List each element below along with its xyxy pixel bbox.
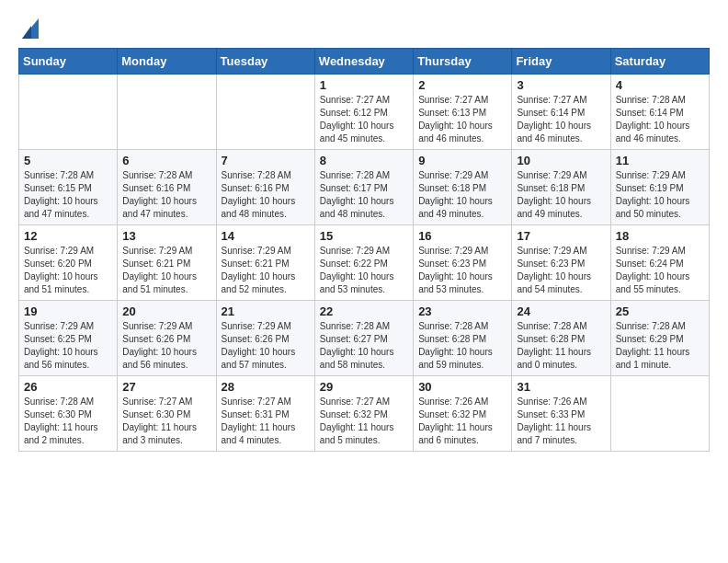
day-number: 8 — [320, 154, 408, 167]
svg-marker-1 — [22, 26, 31, 39]
day-number: 13 — [122, 229, 210, 243]
calendar-cell: 6Sunrise: 7:28 AM Sunset: 6:16 PM Daylig… — [118, 150, 216, 225]
calendar-cell: 23Sunrise: 7:28 AM Sunset: 6:28 PM Dayli… — [414, 301, 512, 376]
day-info: Sunrise: 7:29 AM Sunset: 6:19 PM Dayligh… — [616, 169, 704, 221]
day-number: 24 — [517, 304, 605, 318]
calendar-cell: 4Sunrise: 7:28 AM Sunset: 6:14 PM Daylig… — [610, 75, 709, 150]
day-info: Sunrise: 7:28 AM Sunset: 6:17 PM Dayligh… — [320, 169, 408, 221]
day-number: 18 — [616, 229, 704, 243]
day-number: 21 — [222, 304, 310, 318]
header — [18, 17, 710, 39]
day-number: 31 — [517, 380, 605, 394]
day-info: Sunrise: 7:27 AM Sunset: 6:14 PM Dayligh… — [517, 94, 605, 145]
calendar-cell: 29Sunrise: 7:27 AM Sunset: 6:32 PM Dayli… — [314, 376, 413, 452]
calendar-week-4: 19Sunrise: 7:29 AM Sunset: 6:25 PM Dayli… — [19, 301, 710, 376]
day-info: Sunrise: 7:27 AM Sunset: 6:31 PM Dayligh… — [222, 396, 310, 447]
calendar-cell: 16Sunrise: 7:29 AM Sunset: 6:23 PM Dayli… — [414, 225, 512, 301]
day-info: Sunrise: 7:29 AM Sunset: 6:18 PM Dayligh… — [418, 169, 506, 221]
calendar-week-1: 1Sunrise: 7:27 AM Sunset: 6:12 PM Daylig… — [19, 75, 710, 150]
calendar-cell — [118, 75, 216, 150]
calendar-cell: 30Sunrise: 7:26 AM Sunset: 6:32 PM Dayli… — [414, 376, 512, 452]
day-info: Sunrise: 7:29 AM Sunset: 6:23 PM Dayligh… — [418, 245, 506, 296]
day-number: 26 — [24, 380, 112, 394]
calendar-cell: 7Sunrise: 7:28 AM Sunset: 6:16 PM Daylig… — [216, 150, 314, 225]
day-info: Sunrise: 7:28 AM Sunset: 6:30 PM Dayligh… — [24, 396, 112, 447]
weekday-header-sunday: Sunday — [19, 49, 118, 75]
weekday-header-saturday: Saturday — [610, 49, 709, 75]
day-info: Sunrise: 7:29 AM Sunset: 6:25 PM Dayligh… — [24, 320, 112, 372]
weekday-header-monday: Monday — [118, 49, 216, 75]
day-number: 22 — [320, 304, 408, 318]
calendar-cell: 24Sunrise: 7:28 AM Sunset: 6:28 PM Dayli… — [512, 301, 610, 376]
weekday-header-thursday: Thursday — [414, 49, 512, 75]
day-info: Sunrise: 7:28 AM Sunset: 6:14 PM Dayligh… — [616, 94, 704, 145]
day-number: 28 — [222, 380, 310, 394]
calendar-cell: 3Sunrise: 7:27 AM Sunset: 6:14 PM Daylig… — [512, 75, 610, 150]
calendar-cell: 17Sunrise: 7:29 AM Sunset: 6:23 PM Dayli… — [512, 225, 610, 301]
day-number: 5 — [24, 154, 112, 167]
calendar-table: SundayMondayTuesdayWednesdayThursdayFrid… — [18, 48, 710, 452]
day-number: 27 — [122, 380, 210, 394]
calendar-cell: 13Sunrise: 7:29 AM Sunset: 6:21 PM Dayli… — [118, 225, 216, 301]
logo — [18, 17, 39, 39]
day-number: 11 — [616, 154, 704, 167]
calendar-cell: 28Sunrise: 7:27 AM Sunset: 6:31 PM Dayli… — [216, 376, 314, 452]
day-info: Sunrise: 7:28 AM Sunset: 6:16 PM Dayligh… — [222, 169, 310, 221]
day-number: 25 — [616, 304, 704, 318]
day-number: 17 — [517, 229, 605, 243]
day-number: 6 — [122, 154, 210, 167]
weekday-header-friday: Friday — [512, 49, 610, 75]
day-info: Sunrise: 7:29 AM Sunset: 6:21 PM Dayligh… — [122, 245, 210, 296]
calendar-cell: 26Sunrise: 7:28 AM Sunset: 6:30 PM Dayli… — [19, 376, 118, 452]
calendar-cell: 25Sunrise: 7:28 AM Sunset: 6:29 PM Dayli… — [610, 301, 709, 376]
day-number: 30 — [418, 380, 506, 394]
logo-icon — [22, 18, 39, 39]
day-info: Sunrise: 7:28 AM Sunset: 6:27 PM Dayligh… — [320, 320, 408, 372]
day-number: 10 — [517, 154, 605, 167]
calendar-cell — [19, 75, 118, 150]
day-number: 14 — [222, 229, 310, 243]
day-number: 15 — [320, 229, 408, 243]
calendar-cell: 19Sunrise: 7:29 AM Sunset: 6:25 PM Dayli… — [19, 301, 118, 376]
day-info: Sunrise: 7:27 AM Sunset: 6:30 PM Dayligh… — [122, 396, 210, 447]
day-info: Sunrise: 7:29 AM Sunset: 6:26 PM Dayligh… — [222, 320, 310, 372]
day-info: Sunrise: 7:29 AM Sunset: 6:26 PM Dayligh… — [122, 320, 210, 372]
day-number: 16 — [418, 229, 506, 243]
weekday-header-wednesday: Wednesday — [314, 49, 413, 75]
day-info: Sunrise: 7:29 AM Sunset: 6:20 PM Dayligh… — [24, 245, 112, 296]
calendar-cell: 1Sunrise: 7:27 AM Sunset: 6:12 PM Daylig… — [314, 75, 413, 150]
day-number: 23 — [418, 304, 506, 318]
day-info: Sunrise: 7:26 AM Sunset: 6:32 PM Dayligh… — [418, 396, 506, 447]
day-number: 4 — [616, 78, 704, 92]
day-info: Sunrise: 7:26 AM Sunset: 6:33 PM Dayligh… — [517, 396, 605, 447]
calendar-cell: 14Sunrise: 7:29 AM Sunset: 6:21 PM Dayli… — [216, 225, 314, 301]
day-number: 1 — [320, 78, 408, 92]
calendar-week-2: 5Sunrise: 7:28 AM Sunset: 6:15 PM Daylig… — [19, 150, 710, 225]
calendar-cell: 18Sunrise: 7:29 AM Sunset: 6:24 PM Dayli… — [610, 225, 709, 301]
day-number: 7 — [222, 154, 310, 167]
calendar-cell: 9Sunrise: 7:29 AM Sunset: 6:18 PM Daylig… — [414, 150, 512, 225]
weekday-header-row: SundayMondayTuesdayWednesdayThursdayFrid… — [19, 49, 710, 75]
calendar-cell: 11Sunrise: 7:29 AM Sunset: 6:19 PM Dayli… — [610, 150, 709, 225]
day-info: Sunrise: 7:29 AM Sunset: 6:24 PM Dayligh… — [616, 245, 704, 296]
day-info: Sunrise: 7:29 AM Sunset: 6:22 PM Dayligh… — [320, 245, 408, 296]
day-info: Sunrise: 7:29 AM Sunset: 6:21 PM Dayligh… — [222, 245, 310, 296]
page: SundayMondayTuesdayWednesdayThursdayFrid… — [0, 0, 728, 563]
calendar-cell: 10Sunrise: 7:29 AM Sunset: 6:18 PM Dayli… — [512, 150, 610, 225]
calendar-cell: 5Sunrise: 7:28 AM Sunset: 6:15 PM Daylig… — [19, 150, 118, 225]
day-info: Sunrise: 7:27 AM Sunset: 6:32 PM Dayligh… — [320, 396, 408, 447]
calendar-cell: 12Sunrise: 7:29 AM Sunset: 6:20 PM Dayli… — [19, 225, 118, 301]
day-info: Sunrise: 7:28 AM Sunset: 6:28 PM Dayligh… — [517, 320, 605, 372]
day-info: Sunrise: 7:28 AM Sunset: 6:28 PM Dayligh… — [418, 320, 506, 372]
weekday-header-tuesday: Tuesday — [216, 49, 314, 75]
day-info: Sunrise: 7:27 AM Sunset: 6:13 PM Dayligh… — [418, 94, 506, 145]
day-info: Sunrise: 7:29 AM Sunset: 6:18 PM Dayligh… — [517, 169, 605, 221]
day-info: Sunrise: 7:28 AM Sunset: 6:16 PM Dayligh… — [122, 169, 210, 221]
calendar-cell: 27Sunrise: 7:27 AM Sunset: 6:30 PM Dayli… — [118, 376, 216, 452]
day-number: 29 — [320, 380, 408, 394]
day-number: 20 — [122, 304, 210, 318]
calendar-cell: 8Sunrise: 7:28 AM Sunset: 6:17 PM Daylig… — [314, 150, 413, 225]
calendar-week-5: 26Sunrise: 7:28 AM Sunset: 6:30 PM Dayli… — [19, 376, 710, 452]
calendar-cell: 20Sunrise: 7:29 AM Sunset: 6:26 PM Dayli… — [118, 301, 216, 376]
day-info: Sunrise: 7:27 AM Sunset: 6:12 PM Dayligh… — [320, 94, 408, 145]
